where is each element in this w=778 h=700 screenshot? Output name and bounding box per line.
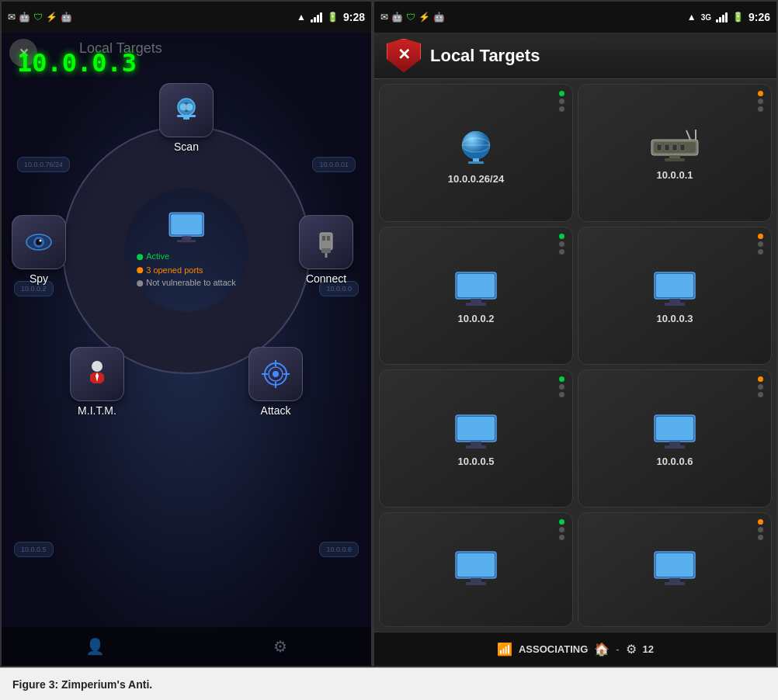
target-card-3[interactable]: 10.0.0.3 [578, 227, 772, 365]
target-card-6[interactable] [379, 512, 573, 627]
svg-rect-54 [669, 299, 680, 303]
svg-rect-3 [177, 115, 196, 117]
dot-gray-3a [758, 241, 763, 247]
status-bar-right: ✉ 🤖 🛡 ⚡ 🤖 ▲ 3G 🔋 9:26 [374, 2, 776, 33]
card-dots-4 [559, 376, 564, 397]
monitor-icon-3 [652, 271, 697, 308]
card-dots-0 [559, 91, 564, 112]
dot-gray-6a [559, 527, 564, 532]
status-ports-row: 3 opened ports [137, 264, 236, 278]
target-card-7[interactable] [578, 512, 772, 627]
status-icons-left: ✉ 🤖 🛡 ⚡ 🤖 [8, 12, 72, 23]
circle-menu: Scan Connect [62, 126, 311, 374]
connect-label: Connect [306, 272, 346, 285]
svg-rect-37 [468, 161, 484, 164]
svg-rect-55 [665, 303, 685, 306]
connect-menu-item[interactable]: Connect [299, 215, 353, 285]
bg-node-2: 10.0.0.01 [312, 157, 356, 172]
spy-label: Spy [30, 272, 48, 285]
signal-bars-right [716, 12, 728, 23]
target-card-2[interactable]: 10.0.0.2 [379, 227, 573, 365]
3g-icon: 3G [701, 13, 711, 22]
svg-rect-63 [665, 445, 685, 449]
card-dots-1 [758, 91, 763, 112]
monitor-icon-7 [652, 550, 697, 587]
android-icon-1: 🤖 [19, 12, 30, 23]
connect-icon-bg [299, 215, 353, 269]
ip-display: 10.0.0.3 [17, 48, 137, 78]
targets-grid: 10.0.0.26/24 [374, 79, 776, 632]
svg-rect-41 [665, 144, 669, 151]
globe-icon-0 [454, 125, 498, 168]
battery-icon-left: 🔋 [327, 12, 339, 23]
svg-rect-42 [672, 144, 677, 151]
svg-rect-67 [466, 582, 486, 585]
svg-rect-58 [471, 442, 481, 445]
header-title: Local Targets [430, 46, 540, 66]
android-icon-right-1: 🤖 [391, 12, 403, 23]
card-dots-3 [758, 234, 763, 255]
scan-label: Scan [174, 140, 199, 153]
time-left: 9:28 [343, 11, 365, 23]
signal-bars-left [311, 12, 322, 23]
card-dots-2 [559, 234, 564, 255]
status-active-row: Active [137, 250, 236, 264]
outer-container: ✉ 🤖 🛡 ⚡ 🤖 ▲ 🔋 9:28 [0, 0, 778, 700]
svg-rect-47 [665, 158, 685, 161]
android-icon-right-2: 🤖 [433, 12, 445, 23]
envelope-icon-right: ✉ [380, 12, 388, 23]
attack-label: Attack [261, 404, 291, 417]
time-right: 9:26 [748, 11, 770, 23]
svg-rect-10 [321, 248, 331, 253]
target-card-0[interactable]: 10.0.0.26/24 [379, 84, 573, 222]
spy-menu-item[interactable]: Spy [12, 215, 66, 285]
monitor-icon-4 [453, 414, 498, 451]
ports-dot [137, 268, 143, 274]
wifi-icon-right: ▲ [687, 12, 696, 23]
card-dots-7 [758, 519, 763, 540]
wifi-status-icon: 📶 [497, 642, 512, 657]
target-label-1: 10.0.0.1 [657, 169, 693, 181]
vuln-dot [137, 280, 143, 286]
svg-rect-69 [656, 553, 693, 577]
target-card-5[interactable]: 10.0.0.6 [578, 369, 772, 508]
connect-icon [309, 225, 343, 259]
dot-gray-0b [559, 106, 564, 112]
dot-green-4 [559, 376, 564, 382]
main-content: ✉ 🤖 🛡 ⚡ 🤖 ▲ 🔋 9:28 [0, 0, 778, 667]
svg-rect-49 [457, 274, 495, 297]
dot-gray-4b [559, 392, 564, 397]
shield-x-icon: ✕ [398, 47, 411, 62]
svg-rect-8 [322, 236, 325, 241]
scan-menu-item[interactable]: Scan [159, 83, 214, 153]
mitm-menu-item[interactable]: M.I.T.M. [70, 347, 124, 417]
target-label-4: 10.0.0.5 [458, 456, 495, 467]
bottom-icon-settings: ⚙ [273, 637, 287, 656]
mitm-label: M.I.T.M. [78, 404, 116, 417]
bg-node-6: 10.0.0.6 [319, 542, 359, 557]
dot-gray-5b [758, 392, 763, 397]
svg-rect-70 [669, 578, 680, 582]
target-card-1[interactable]: 10.0.0.1 [578, 84, 772, 222]
dot-gray-1a [758, 99, 763, 104]
dot-orange-1 [758, 91, 763, 96]
device-info: Active 3 opened ports Not vulnerable to … [137, 250, 236, 288]
shield-status-icon: 🛡 [33, 12, 43, 23]
status-icons-right: ✉ 🤖 🛡 ⚡ 🤖 [380, 12, 445, 23]
active-label: Active [146, 250, 169, 264]
home-icon: 🏠 [594, 642, 610, 657]
svg-point-14 [273, 371, 279, 377]
attack-menu-item[interactable]: Attack [248, 347, 303, 417]
scan-icon-bg [159, 83, 214, 137]
svg-rect-51 [466, 303, 486, 306]
attack-icon-bg [248, 347, 303, 401]
caption-bar: Figure 3: Zimperium's Anti. [0, 667, 778, 700]
active-dot [137, 254, 143, 260]
router-icon-1 [648, 129, 702, 165]
dot-gray-1b [758, 106, 763, 112]
mitm-icon [80, 357, 114, 391]
target-label-0: 10.0.0.26/24 [448, 173, 504, 185]
svg-line-44 [686, 130, 690, 140]
target-card-4[interactable]: 10.0.0.5 [379, 369, 573, 508]
monitor-icon-6 [453, 550, 498, 587]
